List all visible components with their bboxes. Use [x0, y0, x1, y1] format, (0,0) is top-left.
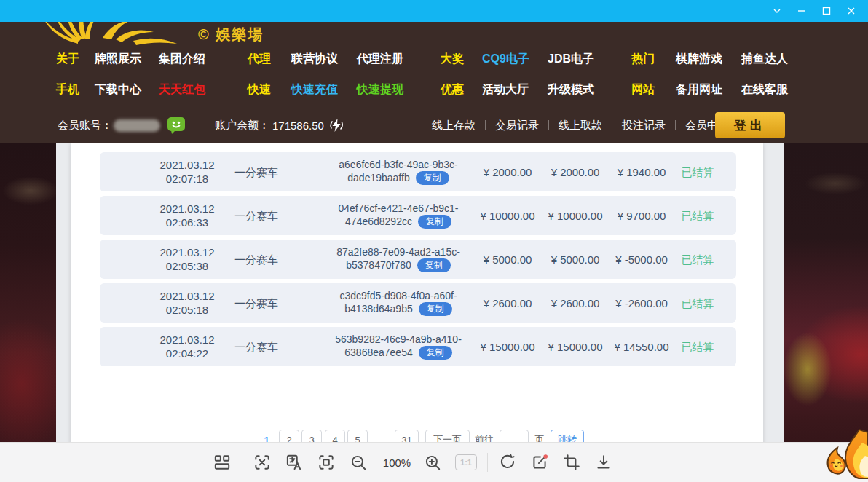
bet-amount: ¥ 5000.00 — [463, 240, 552, 279]
brand-logo: © 娛樂場 — [40, 22, 288, 44]
account-balance: 账户余额： 171586.50 — [215, 106, 343, 144]
nav-license[interactable]: 牌照展示 — [95, 44, 159, 74]
game-name: 一分赛车 — [213, 196, 300, 235]
account-bar: 会员账号： 账户余额： 171586.50 — [0, 106, 868, 143]
table-row: 2021.03.1202:05:18 一分赛车 c3dc9fd5-d908-4f… — [100, 283, 736, 323]
zoom-in-icon[interactable] — [423, 453, 442, 472]
divider — [548, 120, 549, 130]
valid-amount: ¥ 2600.00 — [542, 283, 609, 323]
scan-text-icon[interactable] — [253, 453, 272, 472]
copy-button[interactable]: 复制 — [416, 171, 449, 185]
link-online-deposit[interactable]: 线上存款 — [432, 119, 476, 133]
nav-website[interactable]: 网站 — [631, 74, 676, 105]
nav-backup-url[interactable]: 备用网址 — [676, 74, 741, 105]
nav-upgrade-mode[interactable]: 升级模式 — [548, 74, 631, 105]
refresh-balance-icon[interactable] — [330, 118, 343, 133]
valid-amount: ¥ 15000.00 — [542, 327, 609, 366]
game-name: 一分赛车 — [213, 240, 300, 279]
link-transaction-record[interactable]: 交易记录 — [495, 119, 539, 133]
nav-jackpot[interactable]: 大奖 — [441, 44, 482, 74]
site-copyright-label: © 娛樂場 — [198, 25, 264, 44]
table-row: 2021.03.1202:04:22 一分赛车 563b9282-46c9-4a… — [100, 327, 736, 366]
nav-group-intro[interactable]: 集团介绍 — [159, 44, 248, 74]
account-links: 线上存款 交易记录 线上取款 投注记录 会员中心 — [432, 106, 729, 144]
link-online-withdraw[interactable]: 线上取款 — [559, 119, 602, 133]
nav-board-games[interactable]: 棋牌游戏 — [676, 44, 741, 74]
main-navigation: 关于 牌照展示 集团介绍 代理 联营协议 代理注册 大奖 CQ9电子 JDB电子… — [0, 44, 868, 105]
minimize-icon[interactable] — [789, 0, 814, 22]
nav-fishing[interactable]: 捕鱼达人 — [741, 44, 821, 74]
annotate-icon[interactable] — [530, 453, 549, 472]
collapse-window-icon[interactable] — [765, 0, 789, 22]
chat-bubble-icon[interactable] — [167, 116, 186, 135]
valid-amount: ¥ 2000.00 — [542, 152, 609, 191]
member-account-label: 会员账号： — [58, 119, 112, 133]
win-loss-amount: ¥ 14550.00 — [608, 327, 675, 366]
nav-red-packet[interactable]: 天天红包 — [159, 74, 248, 105]
one-to-one-icon[interactable]: 1:1 — [455, 454, 477, 470]
nav-online-service[interactable]: 在线客服 — [741, 74, 821, 105]
bet-amount: ¥ 2600.00 — [463, 283, 552, 323]
logout-button[interactable]: 登出 — [715, 112, 785, 138]
valid-amount: ¥ 5000.00 — [542, 240, 609, 279]
nav-about[interactable]: 关于 — [56, 44, 95, 74]
bet-amount: ¥ 10000.00 — [463, 196, 552, 235]
nav-hot[interactable]: 热门 — [631, 44, 676, 74]
copy-button[interactable]: 复制 — [419, 302, 452, 316]
close-icon[interactable] — [839, 0, 864, 22]
divider — [485, 120, 486, 130]
zoom-out-icon[interactable] — [349, 453, 368, 472]
download-icon[interactable] — [594, 453, 613, 472]
crop-icon[interactable] — [562, 453, 581, 472]
divider — [487, 453, 488, 472]
status-badge: 已结算 — [670, 240, 725, 279]
win-loss-amount: ¥ -2600.00 — [608, 283, 675, 323]
nav-mobile[interactable]: 手机 — [56, 74, 95, 105]
copy-button[interactable]: 复制 — [417, 258, 451, 272]
bet-id: 04ef76cf-e421-4e67-b9c1- 474e6d8292cc复制 — [318, 196, 478, 235]
nav-agent-agreement[interactable]: 联营协议 — [291, 44, 357, 74]
nav-fast-withdraw[interactable]: 快速提现 — [357, 74, 441, 105]
nav-jdb[interactable]: JDB电子 — [548, 44, 631, 74]
maximize-icon[interactable] — [814, 0, 839, 22]
layout-icon[interactable] — [213, 453, 232, 472]
bet-amount: ¥ 2000.00 — [463, 152, 552, 191]
balance-value: 171586.50 — [272, 119, 324, 132]
nav-cq9[interactable]: CQ9电子 — [482, 44, 548, 74]
nav-promo[interactable]: 优惠 — [441, 74, 482, 105]
window-titlebar — [0, 0, 868, 22]
link-bet-record[interactable]: 投注记录 — [622, 119, 666, 133]
status-badge: 已结算 — [670, 327, 725, 366]
status-badge: 已结算 — [670, 152, 725, 191]
nav-activity-hall[interactable]: 活动大厅 — [482, 74, 548, 105]
site-header: © 娛樂場 关于 牌照展示 集团介绍 代理 联营协议 代理注册 大奖 CQ9电子… — [0, 22, 868, 143]
nav-agent[interactable]: 代理 — [248, 44, 291, 74]
zoom-level-label: 100% — [381, 457, 413, 469]
nav-fast[interactable]: 快速 — [248, 74, 291, 105]
divider — [612, 120, 612, 130]
divider — [242, 453, 242, 472]
translate-icon[interactable] — [285, 453, 304, 472]
bet-id: a6e6fc6d-b3fc-49ac-9b3c- dade19baaffb复制 — [318, 152, 478, 191]
status-badge: 已结算 — [670, 196, 725, 235]
rotate-icon[interactable] — [498, 453, 517, 472]
copy-button[interactable]: 复制 — [418, 215, 451, 229]
nav-agent-register[interactable]: 代理注册 — [357, 44, 441, 74]
table-row: 2021.03.1202:07:18 一分赛车 a6e6fc6d-b3fc-49… — [100, 152, 736, 191]
table-row: 2021.03.1202:05:38 一分赛车 87a2fe88-7e09-4a… — [100, 240, 736, 279]
bet-id: c3dc9fd5-d908-4f0a-a60f- b4138d64a9b5复制 — [318, 283, 478, 323]
status-badge: 已结算 — [670, 283, 725, 323]
table-row: 2021.03.1202:06:33 一分赛车 04ef76cf-e421-4e… — [100, 196, 736, 235]
nav-download[interactable]: 下载中心 — [95, 74, 159, 105]
image-viewer-toolbar: 100% 1:1 — [0, 442, 868, 482]
member-account: 会员账号： — [58, 106, 186, 144]
game-name: 一分赛车 — [213, 283, 300, 323]
nav-fast-deposit[interactable]: 快速充值 — [291, 74, 357, 105]
bet-id: 87a2fe88-7e09-4ad2-a15c- b5378470f780复制 — [318, 240, 478, 279]
copy-button[interactable]: 复制 — [419, 346, 452, 360]
fit-screen-icon[interactable] — [317, 453, 336, 472]
win-loss-amount: ¥ 1940.00 — [608, 152, 675, 191]
balance-label: 账户余额： — [215, 119, 269, 133]
member-account-redacted — [114, 119, 160, 132]
win-loss-amount: ¥ -5000.00 — [608, 240, 675, 279]
